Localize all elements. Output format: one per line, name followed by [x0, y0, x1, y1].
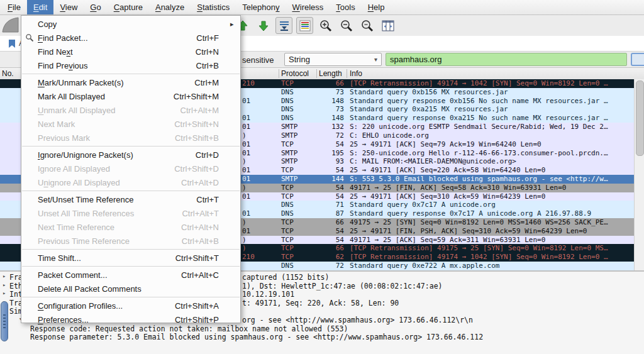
menu-item-label: Unset All Time References [38, 209, 182, 218]
case-sensitive-label[interactable]: sensitive [242, 55, 274, 65]
protocol-cell: TCP [281, 253, 294, 262]
menu-item-time-shift[interactable]: Time Shift...Ctrl+Shift+T [21, 251, 240, 265]
menu-item-find-next[interactable]: Find NextCtrl+N [21, 45, 240, 58]
menu-separator [22, 297, 240, 297]
menu-analyze[interactable]: Analyze [149, 0, 191, 14]
menu-item-shortcut: Ctrl+Shift+A [175, 301, 219, 311]
info-cell: Standard query 0x7c17 A unicode.org [350, 201, 631, 209]
column-header-info[interactable]: Info [350, 69, 362, 78]
menu-item-mark-all-displayed[interactable]: Mark All DisplayedCtrl+Shift+M [21, 89, 240, 103]
protocol-cell: TCP [281, 140, 294, 149]
menu-separator [22, 249, 240, 250]
protocol-cell: TCP [281, 218, 294, 227]
expand-arrow-icon[interactable]: ▸ [3, 282, 6, 288]
menu-capture[interactable]: Capture [108, 0, 149, 14]
column-header-no[interactable]: No. [2, 69, 14, 78]
menu-help[interactable]: Help [362, 0, 391, 14]
info-cell: 49175 → 25 [SYN] Seq=0 Win=8192 Len=0 MS… [350, 218, 631, 227]
zoom-out-button[interactable] [338, 17, 355, 34]
menu-item-preferences[interactable]: Preferences...Ctrl+Shift+P [21, 313, 240, 326]
source-fragment: ) [242, 236, 247, 245]
length-cell: 144 [316, 175, 344, 184]
menu-item-shortcut: Ctrl+Shift+T [175, 253, 219, 263]
zoom-normal-button[interactable] [358, 17, 375, 34]
find-button[interactable] [631, 53, 644, 66]
menu-item-find-previous[interactable]: Find PreviousCtrl+B [21, 58, 240, 72]
length-cell: 132 [316, 123, 344, 131]
menu-item-label: Ignore All Displayed [38, 164, 174, 174]
menu-item-shortcut: Ctrl+Alt+N [181, 223, 219, 232]
menu-item-packet-comment[interactable]: Packet Comment...Ctrl+Alt+C [21, 268, 240, 282]
resize-columns-button[interactable] [379, 17, 396, 34]
menu-item-shortcut: Ctrl+Shift+M [174, 92, 219, 101]
menu-item-shortcut: Ctrl+Shift+D [174, 164, 219, 174]
menu-item-label: Find Next [38, 47, 196, 57]
menu-go[interactable]: Go [84, 0, 107, 14]
menu-statistics[interactable]: Statistics [191, 0, 236, 14]
auto-scroll-button[interactable] [275, 17, 292, 34]
menu-item-shortcut: Ctrl+D [196, 150, 219, 160]
protocol-cell: DNS [281, 88, 294, 97]
menu-view[interactable]: View [53, 0, 84, 14]
length-cell: 54 [316, 192, 344, 201]
menu-item-next-time-reference: Next Time ReferenceCtrl+Alt+N [21, 220, 240, 234]
menu-item-previous-mark: Previous MarkCtrl+Shift+B [21, 131, 240, 145]
length-cell: 71 [316, 201, 344, 209]
expand-arrow-icon[interactable]: ▸ [3, 290, 6, 296]
colorize-packets-button[interactable] [296, 17, 313, 34]
menu-item-configuration-profiles[interactable]: Configuration Profiles...Ctrl+Shift+A [21, 299, 240, 313]
detail-text: captured (1152 bits) [242, 273, 329, 282]
menu-item-find-packet[interactable]: Find Packet...Ctrl+F [21, 31, 240, 45]
protocol-cell: SMTP [281, 123, 298, 131]
column-header-length[interactable]: Length [319, 69, 347, 78]
menu-edit[interactable]: Edit [27, 0, 53, 14]
edit-menu-popup: Copy▸Find Packet...Ctrl+FFind NextCtrl+N… [21, 15, 241, 323]
menu-telephony[interactable]: Telephony [236, 0, 286, 14]
bookmark-icon[interactable] [8, 39, 16, 48]
menu-separator [22, 191, 240, 191]
menu-item-label: Packet Comment... [38, 270, 181, 280]
menu-item-label: Set/Unset Time Reference [38, 195, 196, 204]
menu-separator [22, 146, 240, 147]
detail-text: org - see <http://www.spamhaus.org> 173.… [242, 316, 473, 324]
menu-wireless[interactable]: Wireless [286, 0, 330, 14]
menu-item-copy[interactable]: Copy▸ [21, 17, 240, 31]
menu-item-unset-all-time-references: Unset All Time ReferencesCtrl+Alt+T [21, 206, 240, 220]
chevron-down-icon: ▾ [374, 56, 377, 63]
menu-file[interactable]: File [1, 0, 27, 14]
info-cell: 25 → 49171 [ACK] Seq=79 Ack=19 Win=64240… [350, 140, 631, 149]
source-fragment: 01 [242, 123, 250, 131]
menu-item-delete-all-packet-comments[interactable]: Delete All Packet Comments [21, 282, 240, 296]
packet-list-scrollbar[interactable] [634, 79, 644, 270]
go-to-bottom-button[interactable] [255, 17, 272, 34]
protocol-cell: DNS [281, 105, 294, 114]
source-fragment: 01 [242, 175, 250, 184]
protocol-cell: SMTP [281, 149, 298, 158]
find-input[interactable] [386, 53, 627, 66]
scrollbar-thumb[interactable] [636, 80, 644, 156]
protocol-cell: SMTP [281, 131, 298, 140]
menu-tools[interactable]: Tools [330, 0, 361, 14]
detail-tree-line[interactable]: Response parameter: 5.3.0 Email blocked … [0, 333, 644, 341]
menu-item-next-mark: Next MarkCtrl+Shift+N [21, 117, 240, 131]
menu-separator [22, 266, 240, 267]
menu-item-ignore-unignore-packet-s[interactable]: Ignore/Unignore Packet(s)Ctrl+D [21, 148, 240, 162]
menu-item-mark-unmark-packet-s[interactable]: Mark/Unmark Packet(s)Ctrl+M [21, 75, 240, 89]
expand-arrow-icon[interactable]: ▸ [3, 273, 6, 279]
source-fragment: 01 [242, 114, 250, 123]
source-fragment: 01 [242, 149, 250, 158]
protocol-cell: SMTP [281, 175, 298, 184]
protocol-cell: TCP [281, 192, 294, 201]
detail-scrollbar-thumb[interactable] [1, 301, 8, 341]
column-header-protocol[interactable]: Protocol [281, 69, 309, 78]
menu-item-shortcut: Ctrl+B [196, 61, 219, 70]
zoom-in-button[interactable] [317, 17, 334, 34]
menu-item-label: Previous Time Reference [38, 236, 182, 246]
info-cell: 25 → 49171 [ACK] Seq=310 Ack=59 Win=6423… [350, 192, 631, 201]
protocol-cell: TCP [281, 166, 294, 175]
find-type-select[interactable]: String ▾ [284, 53, 382, 66]
menu-item-set-unset-time-reference[interactable]: Set/Unset Time ReferenceCtrl+T [21, 192, 240, 206]
menu-item-label: Find Previous [38, 61, 196, 70]
menubar: FileEditViewGoCaptureAnalyzeStatisticsTe… [0, 0, 644, 15]
length-cell: 87 [316, 209, 344, 218]
